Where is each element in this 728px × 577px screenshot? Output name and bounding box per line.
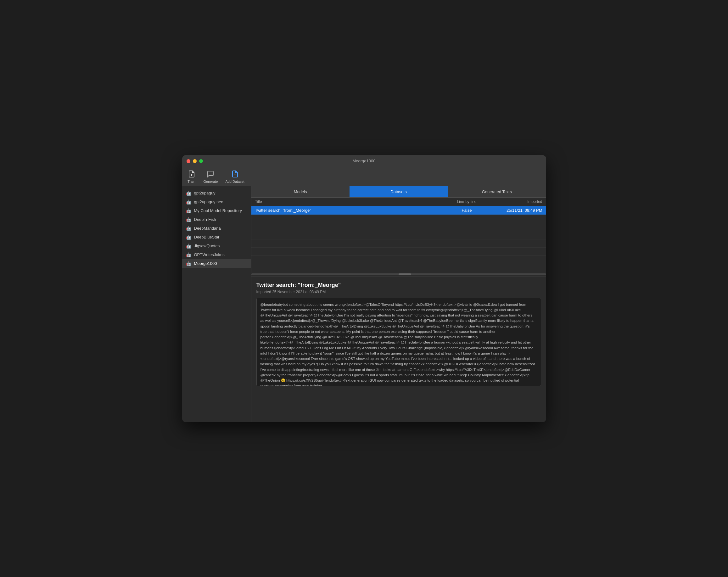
close-button[interactable] <box>187 159 190 163</box>
sidebar-label-deepmandana: DeepMandana <box>194 226 221 231</box>
detail-content: @beaniebabybot something about this seem… <box>256 298 541 386</box>
sidebar-label-my-cool-model: My Cool Model Repository <box>194 208 242 213</box>
train-icon <box>187 169 196 178</box>
table-header: Title Line-by-line Imported <box>251 198 546 206</box>
main-area: 🤖 gpt2upaguy 🤖 gpt2upaguy neo 🤖 My Cool … <box>182 186 546 422</box>
robot-icon-6: 🤖 <box>186 234 191 240</box>
sidebar-label-deepbluestar: DeepBlueStar <box>194 235 219 239</box>
sidebar-item-deepbluestar[interactable]: 🤖 DeepBlueStar <box>182 233 251 242</box>
sidebar-item-meorge1000[interactable]: 🤖 Meorge1000 <box>182 259 251 268</box>
add-dataset-label: Add Dataset <box>225 180 244 183</box>
sidebar-item-gpt2upaguy[interactable]: 🤖 gpt2upaguy <box>182 189 251 198</box>
tab-models[interactable]: Models <box>251 186 349 197</box>
sidebar: 🤖 gpt2upaguy 🤖 gpt2upaguy neo 🤖 My Cool … <box>182 186 251 422</box>
tab-datasets[interactable]: Datasets <box>349 186 448 197</box>
robot-icon-2: 🤖 <box>186 199 191 205</box>
scrollbar-thumb <box>398 273 411 275</box>
robot-icon-7: 🤖 <box>186 243 191 249</box>
tab-generated-texts[interactable]: Generated Texts <box>448 186 546 197</box>
generate-button[interactable]: Generate <box>204 169 218 183</box>
add-dataset-button[interactable]: Add Dataset <box>225 169 244 183</box>
sidebar-item-deepmandana[interactable]: 🤖 DeepMandana <box>182 224 251 233</box>
empty-row-6 <box>251 256 546 264</box>
traffic-lights <box>187 159 203 163</box>
table-row[interactable]: Twitter search: "from:_Meorge" False 25/… <box>251 206 546 215</box>
sidebar-item-jigsawquotes[interactable]: 🤖 JigsawQuotes <box>182 242 251 251</box>
empty-row-5 <box>251 247 546 256</box>
window-title: Meorge1000 <box>353 159 375 163</box>
empty-row-1 <box>251 215 546 223</box>
col-header-imported: Imported <box>486 200 542 204</box>
sidebar-label-gpt2upaguy: gpt2upaguy <box>194 191 215 195</box>
robot-icon-3: 🤖 <box>186 208 191 214</box>
sidebar-item-my-cool-model[interactable]: 🤖 My Cool Model Repository <box>182 206 251 215</box>
robot-icon-8: 🤖 <box>186 252 191 258</box>
content-area: Models Datasets Generated Texts Title Li… <box>251 186 546 422</box>
col-header-line-by-line: Line-by-line <box>448 200 486 204</box>
application-window: Meorge1000 Train Generate <box>182 155 546 422</box>
detail-panel: Twitter search: "from:_Meorge" Imported … <box>251 277 546 391</box>
sidebar-label-deeptrifish: DeepTriFish <box>194 217 216 222</box>
row-imported: 25/11/21, 08:49 PM <box>486 208 542 213</box>
minimize-button[interactable] <box>193 159 197 163</box>
tab-bar: Models Datasets Generated Texts <box>251 186 546 198</box>
empty-row-7 <box>251 264 546 272</box>
empty-row-2 <box>251 223 546 231</box>
row-line-by-line: False <box>448 208 486 213</box>
sidebar-label-meorge1000: Meorge1000 <box>194 261 217 266</box>
robot-icon-5: 🤖 <box>186 226 191 231</box>
detail-title: Twitter search: "from:_Meorge" <box>256 282 541 288</box>
train-button[interactable]: Train <box>187 169 196 183</box>
detail-subtitle: Imported 25 November 2021 at 08:49 PM <box>256 290 541 294</box>
titlebar: Meorge1000 <box>182 155 546 167</box>
sidebar-label-jigsawquotes: JigsawQuotes <box>194 243 220 248</box>
generate-label: Generate <box>204 180 218 183</box>
robot-icon-1: 🤖 <box>186 190 191 196</box>
sidebar-item-gptwritesjokes[interactable]: 🤖 GPTWritesJokes <box>182 251 251 259</box>
row-title: Twitter search: "from:_Meorge" <box>255 208 448 213</box>
sidebar-label-gpt2upaguy-neo: gpt2upaguy neo <box>194 200 224 204</box>
empty-row-4 <box>251 239 546 247</box>
sidebar-item-gpt2upaguy-neo[interactable]: 🤖 gpt2upaguy neo <box>182 198 251 206</box>
add-dataset-icon <box>231 169 239 178</box>
toolbar: Train Generate Add Dataset <box>182 167 546 186</box>
empty-row-3 <box>251 231 546 239</box>
train-label: Train <box>187 180 196 183</box>
fullscreen-button[interactable] <box>199 159 203 163</box>
robot-icon-9: 🤖 <box>186 261 191 266</box>
col-header-title: Title <box>255 200 448 204</box>
sidebar-item-deeptrifish[interactable]: 🤖 DeepTriFish <box>182 215 251 224</box>
robot-icon-4: 🤖 <box>186 217 191 222</box>
generate-icon <box>206 169 215 178</box>
horizontal-scrollbar[interactable] <box>251 273 546 275</box>
sidebar-label-gptwritesjokes: GPTWritesJokes <box>194 252 225 257</box>
